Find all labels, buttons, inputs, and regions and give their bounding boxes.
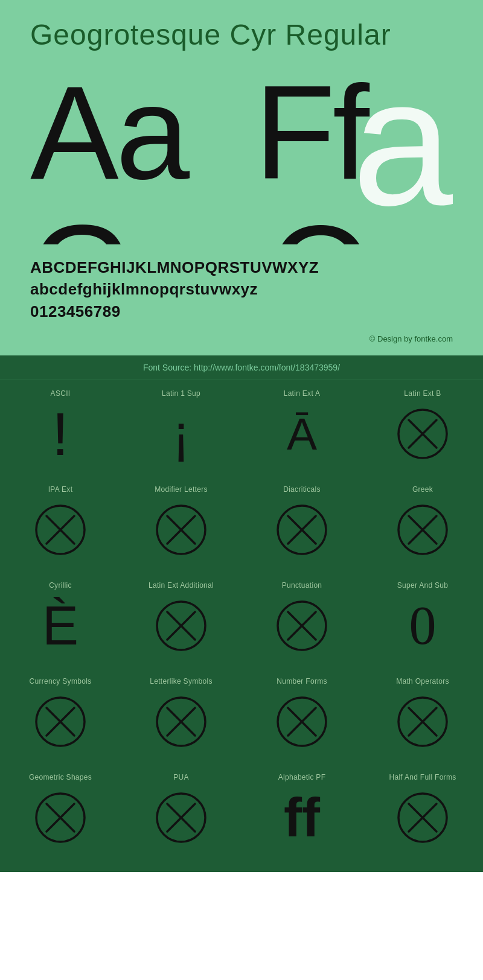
circle-x-icon xyxy=(154,695,208,749)
char-block-glyph xyxy=(30,788,91,848)
char-block-glyph xyxy=(272,500,332,560)
char-block-label: Math Operators xyxy=(396,677,449,686)
char-block-glyph: 0 xyxy=(392,596,453,656)
char-block-label: ASCII xyxy=(51,389,71,398)
char-block-label: Diacriticals xyxy=(283,485,321,494)
char-block-punctuation: Punctuation xyxy=(242,572,362,668)
char-block-glyph: ¡ xyxy=(151,404,211,464)
char-block-geometric-shapes: Geometric Shapes xyxy=(0,764,121,860)
glyph-exclamation: ! xyxy=(52,404,69,464)
circle-x-icon xyxy=(33,791,88,845)
glyph-a-macron: Ā xyxy=(287,412,317,457)
dark-section: Font Source: http://www.fontke.com/font/… xyxy=(0,355,483,872)
char-block-glyph xyxy=(151,500,211,560)
large-char-a: a xyxy=(352,63,453,232)
char-block-letterlike-symbols: Letterlike Symbols xyxy=(121,668,242,764)
circle-x-icon xyxy=(154,599,208,653)
char-block-glyph: ff xyxy=(272,788,332,848)
char-block-pua: PUA xyxy=(121,764,242,860)
char-block-ipa-ext: IPA Ext xyxy=(0,476,121,572)
font-title: Geogrotesque Cyr Regular xyxy=(30,18,453,51)
circle-x-icon xyxy=(275,695,329,749)
char-block-currency-symbols: Currency Symbols xyxy=(0,668,121,764)
char-block-cyrillic: CyrillicÈ xyxy=(0,572,121,668)
glyph-cyrillic-e: È xyxy=(42,599,78,653)
alphabet-upper: ABCDEFGHIJKLMNOPQRSTUVWXYZ xyxy=(30,256,453,278)
glyph-zero: 0 xyxy=(409,599,437,653)
circle-x-icon xyxy=(33,695,88,749)
char-block-alphabetic-pf: Alphabetic PFff xyxy=(242,764,362,860)
char-block-glyph xyxy=(151,692,211,752)
glyph-ff-ligature: ff xyxy=(284,791,320,845)
char-block-label: Modifier Letters xyxy=(155,485,208,494)
char-block-glyph xyxy=(30,692,91,752)
char-block-super-and-sub: Super And Sub0 xyxy=(362,572,483,668)
char-block-glyph xyxy=(392,692,453,752)
char-block-label: Alphabetic PF xyxy=(278,773,326,781)
char-block-latin-1-sup: Latin 1 Sup¡ xyxy=(121,380,242,476)
char-block-label: Super And Sub xyxy=(397,581,449,590)
char-block-glyph xyxy=(151,596,211,656)
char-block-label: Latin Ext Additional xyxy=(149,581,214,590)
char-block-glyph: È xyxy=(30,596,91,656)
char-block-number-forms: Number Forms xyxy=(242,668,362,764)
preview-section: Geogrotesque Cyr Regular Aa Ff Gg Qq a A… xyxy=(0,0,483,355)
char-block-label: Latin Ext B xyxy=(404,389,441,398)
char-block-diacriticals: Diacriticals xyxy=(242,476,362,572)
char-block-label: Geometric Shapes xyxy=(29,773,92,781)
copyright: © Design by fontke.com xyxy=(30,334,453,343)
char-block-glyph: Ā xyxy=(272,404,332,464)
char-block-glyph xyxy=(392,500,453,560)
large-chars-display: Aa Ff Gg Qq a xyxy=(30,63,453,244)
char-block-latin-ext-a: Latin Ext AĀ xyxy=(242,380,362,476)
char-block-glyph xyxy=(151,788,211,848)
char-block-label: Cyrillic xyxy=(49,581,72,590)
char-block-label: Half And Full Forms xyxy=(389,773,456,781)
circle-x-icon xyxy=(154,791,208,845)
char-block-glyph: ! xyxy=(30,404,91,464)
circle-x-icon xyxy=(275,503,329,557)
char-block-math-operators: Math Operators xyxy=(362,668,483,764)
character-grid: ASCII!Latin 1 Sup¡Latin Ext AĀLatin Ext … xyxy=(0,380,483,860)
char-block-label: Latin 1 Sup xyxy=(162,389,200,398)
circle-x-icon xyxy=(275,599,329,653)
circle-x-icon xyxy=(395,407,450,461)
char-block-label: Greek xyxy=(412,485,433,494)
circle-x-icon xyxy=(33,503,88,557)
circle-x-icon xyxy=(395,695,450,749)
char-block-label: Letterlike Symbols xyxy=(150,677,212,686)
char-block-glyph xyxy=(392,404,453,464)
char-block-latin-ext-b: Latin Ext B xyxy=(362,380,483,476)
char-block-glyph xyxy=(272,692,332,752)
char-block-half-and-full-forms: Half And Full Forms xyxy=(362,764,483,860)
char-block-glyph xyxy=(272,596,332,656)
glyph-inverted-exclaim: ¡ xyxy=(172,407,190,461)
char-block-label: PUA xyxy=(173,773,189,781)
char-block-label: IPA Ext xyxy=(48,485,73,494)
alphabet-lower: abcdefghijklmnopqrstuvwxyz xyxy=(30,278,453,300)
char-block-label: Latin Ext A xyxy=(284,389,321,398)
char-block-label: Number Forms xyxy=(277,677,327,686)
char-block-glyph xyxy=(392,788,453,848)
char-block-label: Punctuation xyxy=(282,581,322,590)
char-block-label: Currency Symbols xyxy=(30,677,92,686)
circle-x-icon xyxy=(395,791,450,845)
char-block-ascii: ASCII! xyxy=(0,380,121,476)
digits: 0123456789 xyxy=(30,301,453,322)
char-block-greek: Greek xyxy=(362,476,483,572)
circle-x-icon xyxy=(154,503,208,557)
char-block-modifier-letters: Modifier Letters xyxy=(121,476,242,572)
circle-x-icon xyxy=(395,503,450,557)
font-source: Font Source: http://www.fontke.com/font/… xyxy=(0,355,483,380)
char-block-latin-ext-additional: Latin Ext Additional xyxy=(121,572,242,668)
char-block-glyph xyxy=(30,500,91,560)
alphabet-section: ABCDEFGHIJKLMNOPQRSTUVWXYZ abcdefghijklm… xyxy=(30,250,453,328)
